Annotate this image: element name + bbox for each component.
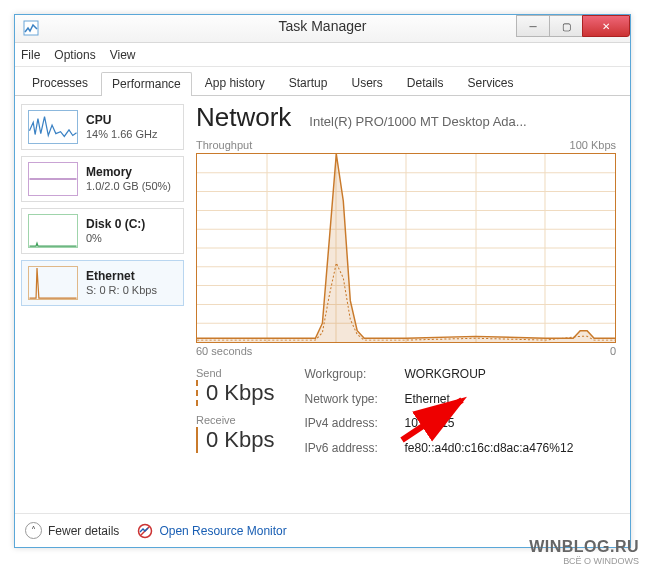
window-title: Task Manager: [279, 18, 367, 34]
fewer-details-label: Fewer details: [48, 524, 119, 538]
workgroup-value: WORKGROUP: [405, 367, 574, 388]
watermark-line1: WINBLOG.RU: [529, 538, 639, 556]
throughput-chart: Throughput 100 Kbps 60 seconds: [196, 139, 616, 357]
tab-services[interactable]: Services: [457, 71, 525, 95]
send-value: 0 Kbps: [196, 380, 275, 406]
sidebar: CPU14% 1.66 GHz Memory1.0/2.0 GB (50%) D…: [15, 96, 190, 516]
disk-spark-icon: [28, 214, 78, 248]
main-title: Network: [196, 102, 291, 133]
send-receive-block: Send 0 Kbps Receive 0 Kbps: [196, 367, 275, 461]
throughput-label: Throughput: [196, 139, 252, 151]
tab-performance[interactable]: Performance: [101, 72, 192, 96]
tab-processes[interactable]: Processes: [21, 71, 99, 95]
tile-disk-title: Disk 0 (C:): [86, 217, 145, 231]
app-icon: [23, 20, 39, 36]
monitor-icon: [137, 523, 153, 539]
minimize-button[interactable]: ─: [516, 15, 550, 37]
menu-options[interactable]: Options: [54, 48, 95, 62]
tile-cpu[interactable]: CPU14% 1.66 GHz: [21, 104, 184, 150]
nettype-value: Ethernet: [405, 392, 574, 413]
tab-apphistory[interactable]: App history: [194, 71, 276, 95]
tile-cpu-sub: 14% 1.66 GHz: [86, 128, 158, 140]
tab-startup[interactable]: Startup: [278, 71, 339, 95]
tile-disk-sub: 0%: [86, 232, 102, 244]
tab-users[interactable]: Users: [340, 71, 393, 95]
adapter-name: Intel(R) PRO/1000 MT Desktop Ada...: [309, 114, 526, 129]
tile-ethernet-title: Ethernet: [86, 269, 135, 283]
xright-label: 0: [610, 345, 616, 357]
menubar: File Options View: [15, 43, 630, 67]
main-panel: Network Intel(R) PRO/1000 MT Desktop Ada…: [190, 96, 630, 516]
task-manager-window: Task Manager ─ ▢ ✕ File Options View Pro…: [14, 14, 631, 548]
memory-spark-icon: [28, 162, 78, 196]
ipv6-value: fe80::a4d0:c16c:d8ac:a476%12: [405, 441, 574, 462]
receive-value: 0 Kbps: [196, 427, 275, 453]
menu-file[interactable]: File: [21, 48, 40, 62]
xleft-label: 60 seconds: [196, 345, 252, 357]
tab-details[interactable]: Details: [396, 71, 455, 95]
tile-ethernet[interactable]: EthernetS: 0 R: 0 Kbps: [21, 260, 184, 306]
tile-disk[interactable]: Disk 0 (C:)0%: [21, 208, 184, 254]
maximize-button[interactable]: ▢: [549, 15, 583, 37]
watermark: WINBLOG.RU ВСЁ О WINDOWS: [529, 538, 639, 566]
nettype-label: Network type:: [305, 392, 405, 413]
menu-view[interactable]: View: [110, 48, 136, 62]
ethernet-spark-icon: [28, 266, 78, 300]
tile-cpu-title: CPU: [86, 113, 111, 127]
network-details: Workgroup:WORKGROUP Network type:Etherne…: [305, 367, 574, 461]
chevron-up-icon: ˄: [25, 522, 42, 539]
ipv4-label: IPv4 address:: [305, 416, 405, 437]
ymax-label: 100 Kbps: [570, 139, 616, 151]
tile-memory-title: Memory: [86, 165, 132, 179]
ipv4-value: 10.0.2.15: [405, 416, 574, 437]
tile-memory[interactable]: Memory1.0/2.0 GB (50%): [21, 156, 184, 202]
tile-memory-sub: 1.0/2.0 GB (50%): [86, 180, 171, 192]
workgroup-label: Workgroup:: [305, 367, 405, 388]
watermark-line2: ВСЁ О WINDOWS: [529, 556, 639, 566]
send-label: Send: [196, 367, 275, 379]
receive-label: Receive: [196, 414, 275, 426]
orm-label: Open Resource Monitor: [159, 524, 286, 538]
ipv6-label: IPv6 address:: [305, 441, 405, 462]
tab-bar: Processes Performance App history Startu…: [15, 67, 630, 96]
cpu-spark-icon: [28, 110, 78, 144]
titlebar: Task Manager ─ ▢ ✕: [15, 15, 630, 43]
tile-ethernet-sub: S: 0 R: 0 Kbps: [86, 284, 157, 296]
open-resource-monitor-link[interactable]: Open Resource Monitor: [137, 523, 286, 539]
fewer-details-button[interactable]: ˄ Fewer details: [25, 522, 119, 539]
close-button[interactable]: ✕: [582, 15, 630, 37]
